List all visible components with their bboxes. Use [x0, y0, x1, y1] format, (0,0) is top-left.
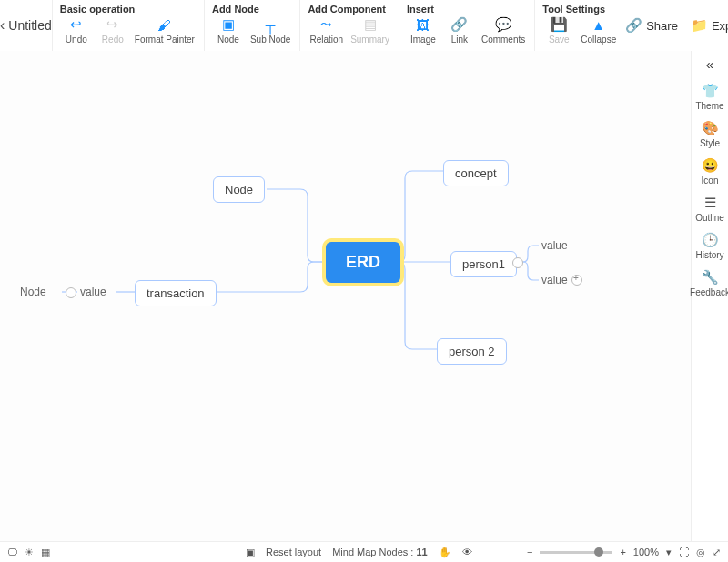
feedback-icon: 🔧 — [702, 269, 719, 286]
group-tool-settings: Tool Settings 💾 Save ▲ Collapse — [534, 0, 625, 51]
document-title[interactable]: Untitled — [5, 0, 51, 51]
double-chevron-left-icon: « — [706, 56, 713, 72]
subnode-icon: ┬ — [262, 16, 278, 33]
node-transaction[interactable]: transaction — [135, 280, 217, 306]
zoom-in-button[interactable]: + — [620, 547, 625, 557]
insert-link-button[interactable]: 🔗 Link — [443, 16, 476, 45]
canvas-area[interactable]: ERD Node transaction value Node concept … — [0, 51, 692, 542]
right-sidebar: « 👕Theme 🎨Style 😀Icon ☰Outline 🕒History … — [691, 51, 728, 542]
summary-button[interactable]: ▤ Summary — [349, 16, 391, 45]
sidebar-history[interactable]: 🕒History — [692, 228, 728, 264]
zoom-out-button[interactable]: − — [527, 547, 532, 557]
format-label: Format Painter — [135, 35, 195, 45]
save-icon: 💾 — [551, 16, 567, 33]
brightness-icon[interactable]: ☀ — [25, 547, 34, 558]
sidebar-label: History — [695, 250, 723, 260]
leaf-node-left[interactable]: Node — [20, 286, 46, 298]
share-label: Share — [646, 19, 678, 33]
sidebar-feedback[interactable]: 🔧Feedback — [692, 266, 728, 301]
insert-image-button[interactable]: 🖼 Image — [407, 16, 440, 45]
group-title: Add Node — [212, 0, 292, 16]
node-person2[interactable]: person 2 — [437, 338, 507, 365]
eye-icon[interactable]: 👁 — [462, 547, 472, 557]
save-button[interactable]: 💾 Save — [542, 16, 575, 45]
link-icon: 🔗 — [451, 16, 468, 33]
comments-label: Comments — [481, 35, 525, 45]
style-icon: 🎨 — [702, 120, 719, 136]
collapse-handle-icon[interactable] — [66, 287, 76, 298]
icon-icon: 😀 — [702, 157, 719, 174]
sidebar-style[interactable]: 🎨Style — [692, 116, 728, 152]
fullscreen-icon[interactable]: ⤢ — [713, 547, 721, 558]
reset-layout-icon[interactable]: ▣ — [246, 547, 255, 558]
add-node-button[interactable]: ▣ Node — [212, 16, 245, 45]
leaf-value-2[interactable]: value — [541, 274, 568, 286]
comments-icon: 💬 — [495, 16, 511, 33]
undo-icon: ↩ — [68, 16, 85, 33]
redo-icon: ↪ — [105, 16, 121, 33]
export-button[interactable]: 📁 Export — [691, 17, 728, 34]
group-add-node: Add Node ▣ Node ┬ Sub Node — [204, 0, 299, 51]
image-icon: 🖼 — [415, 16, 431, 33]
center-icon[interactable]: ◎ — [696, 547, 705, 558]
sidebar-label: Style — [700, 138, 720, 148]
image-label: Image — [410, 35, 436, 45]
link-label: Link — [451, 35, 468, 45]
leaf-value-1[interactable]: value — [541, 239, 568, 252]
monitor-icon[interactable]: 🖵 — [7, 547, 17, 558]
sidebar-collapse-button[interactable]: « — [706, 56, 713, 72]
undo-label: Undo — [66, 35, 87, 45]
redo-button[interactable]: ↪ Redo — [96, 16, 129, 45]
node-label: Node — [217, 35, 239, 45]
zoom-value: 100% — [633, 547, 659, 557]
node-icon: ▣ — [220, 16, 237, 33]
zoom-slider[interactable] — [540, 551, 612, 554]
group-title: Basic operation — [60, 0, 197, 16]
add-child-icon[interactable] — [571, 275, 582, 286]
sidebar-label: Outline — [695, 213, 724, 223]
insert-comments-button[interactable]: 💬 Comments — [480, 16, 527, 45]
subnode-label: Sub Node — [250, 35, 290, 45]
history-icon: 🕒 — [702, 232, 719, 248]
sidebar-theme[interactable]: 👕Theme — [692, 79, 728, 115]
relation-icon: ⤳ — [318, 16, 335, 33]
sidebar-label: Feedback — [690, 287, 728, 297]
add-subnode-button[interactable]: ┬ Sub Node — [248, 16, 292, 45]
node-person1[interactable]: person1 — [450, 251, 517, 277]
group-title: Insert — [407, 0, 527, 16]
sidebar-label: Icon — [702, 176, 719, 186]
redo-label: Redo — [102, 35, 124, 45]
format-painter-button[interactable]: 🖌 Format Painter — [133, 16, 197, 45]
group-title: Tool Settings — [542, 0, 618, 16]
group-add-component: Add Component ⤳ Relation ▤ Summary — [299, 0, 399, 51]
sidebar-icon[interactable]: 😀Icon — [692, 154, 728, 189]
export-label: Export — [712, 19, 728, 33]
leaf-value-left[interactable]: value — [80, 286, 106, 298]
summary-label: Summary — [350, 35, 389, 45]
hand-tool-icon[interactable]: ✋ — [439, 547, 451, 558]
collapse-icon: ▲ — [591, 16, 607, 33]
share-button[interactable]: 🔗 Share — [625, 17, 678, 34]
group-basic-operation: Basic operation ↩ Undo ↪ Redo 🖌 Format P… — [52, 0, 204, 51]
zoom-dropdown-icon[interactable]: ▾ — [666, 547, 672, 558]
node-node[interactable]: Node — [213, 176, 265, 203]
relation-button[interactable]: ⤳ Relation — [308, 16, 345, 45]
grid-icon[interactable]: ▦ — [41, 547, 50, 558]
group-title: Add Component — [308, 0, 391, 16]
fit-screen-icon[interactable]: ⛶ — [679, 547, 689, 557]
collapse-button[interactable]: ▲ Collapse — [579, 16, 618, 45]
group-insert: Insert 🖼 Image 🔗 Link 💬 Comments — [399, 0, 534, 51]
summary-icon: ▤ — [362, 16, 379, 33]
reset-layout-button[interactable]: Reset layout — [266, 547, 321, 557]
root-node-erd[interactable]: ERD — [326, 242, 400, 283]
node-concept[interactable]: concept — [443, 160, 509, 186]
save-label: Save — [549, 35, 570, 45]
undo-button[interactable]: ↩ Undo — [60, 16, 93, 45]
sidebar-outline[interactable]: ☰Outline — [692, 191, 728, 226]
collapse-handle-icon[interactable] — [512, 257, 523, 268]
format-painter-icon: 🖌 — [157, 16, 173, 33]
export-icon: 📁 — [691, 17, 708, 34]
node-count-value: 11 — [416, 547, 427, 557]
node-count-label: Mind Map Nodes : — [332, 547, 413, 557]
zoom-slider-handle[interactable] — [594, 547, 603, 557]
